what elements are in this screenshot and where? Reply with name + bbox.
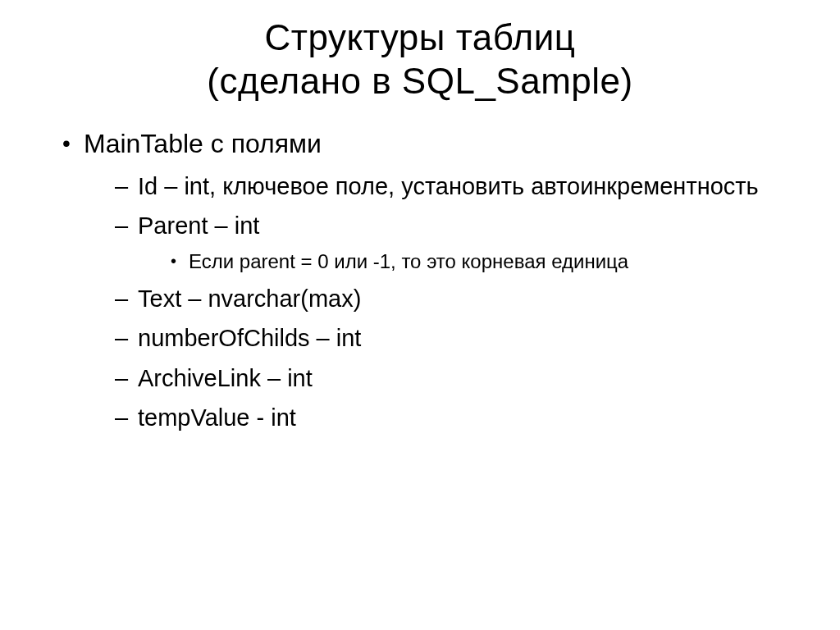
list-item: ArchiveLink – int	[115, 362, 791, 395]
list-item-text: Если parent = 0 или -1, то это корневая …	[189, 250, 628, 272]
bullet-list-level-3: Если parent = 0 или -1, то это корневая …	[138, 248, 791, 276]
list-item-text: MainTable с полями	[84, 129, 322, 158]
list-item-text: Parent – int	[138, 212, 259, 239]
list-item: Id – int, ключевое поле, установить авто…	[115, 170, 791, 203]
list-item: Если parent = 0 или -1, то это корневая …	[171, 248, 791, 276]
title-line-1: Структуры таблиц	[265, 17, 576, 57]
list-item-text: ArchiveLink – int	[138, 365, 313, 391]
list-item: tempValue - int	[115, 401, 791, 435]
title-line-2: (сделано в SQL_Sample)	[207, 61, 632, 101]
list-item: Text – nvarchar(max)	[115, 282, 791, 316]
list-item: Parent – int Если parent = 0 или -1, то …	[115, 209, 791, 275]
list-item-text: Id – int, ключевое поле, установить авто…	[138, 173, 759, 199]
list-item: numberOfChilds – int	[115, 322, 791, 355]
list-item-text: tempValue - int	[138, 404, 296, 431]
list-item-text: Text – nvarchar(max)	[138, 285, 361, 312]
bullet-list-level-2: Id – int, ключевое поле, установить авто…	[84, 170, 791, 435]
list-item-text: numberOfChilds – int	[138, 325, 361, 351]
bullet-list-level-1: MainTable с полями Id – int, ключевое по…	[49, 126, 791, 435]
slide-title: Структуры таблиц (сделано в SQL_Sample)	[49, 16, 791, 103]
list-item: MainTable с полями Id – int, ключевое по…	[57, 126, 791, 435]
